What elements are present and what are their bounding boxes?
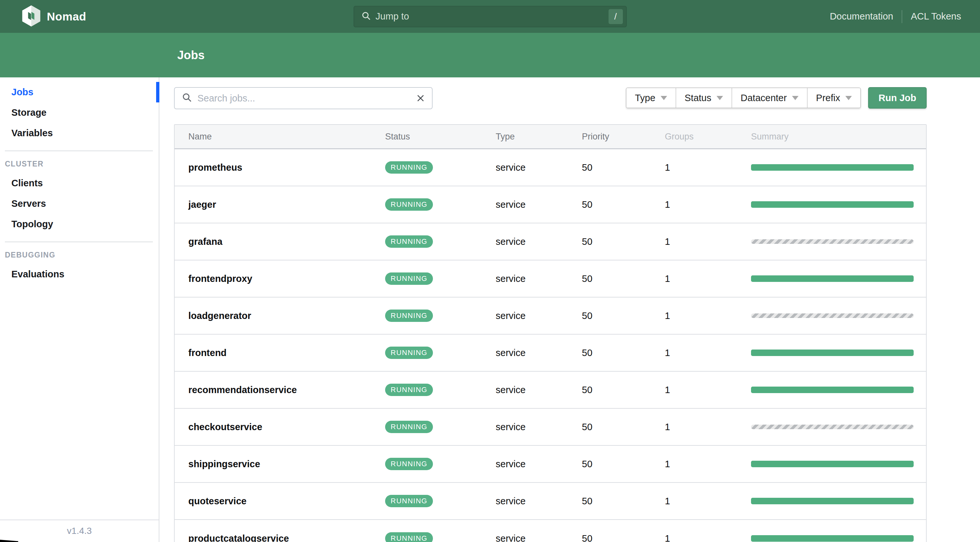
topbar-links: Documentation ACL Tokens xyxy=(830,0,961,33)
chevron-down-icon xyxy=(660,96,667,100)
chevron-down-icon xyxy=(792,96,799,100)
job-name-link[interactable]: jaeger xyxy=(175,199,371,210)
table-row[interactable]: quoteservice RUNNING service 50 1 xyxy=(175,483,926,520)
job-name-link[interactable]: frontendproxy xyxy=(175,273,371,284)
chevron-down-icon xyxy=(845,96,852,100)
status-badge: RUNNING xyxy=(385,532,433,542)
job-groups: 1 xyxy=(651,533,737,542)
active-item-indicator xyxy=(156,82,159,102)
brand-name: Nomad xyxy=(47,10,86,23)
job-name-link[interactable]: loadgenerator xyxy=(175,310,371,321)
column-header-name[interactable]: Name xyxy=(175,132,371,142)
links-divider xyxy=(902,10,902,23)
job-name-link[interactable]: recommendationservice xyxy=(175,385,371,395)
job-priority: 50 xyxy=(568,496,651,507)
job-priority: 50 xyxy=(568,348,651,358)
job-name-link[interactable]: checkoutservice xyxy=(175,422,371,432)
column-header-status[interactable]: Status xyxy=(371,132,482,142)
sidebar-item-topology[interactable]: Topology xyxy=(0,214,159,234)
job-type: service xyxy=(482,422,568,432)
documentation-link[interactable]: Documentation xyxy=(830,11,893,22)
filter-label: Type xyxy=(635,93,655,103)
sidebar: Jobs Storage Variables CLUSTER Clients S… xyxy=(0,77,159,542)
sidebar-item-storage[interactable]: Storage xyxy=(0,102,159,123)
jobs-search-box xyxy=(174,87,433,109)
page-title: Jobs xyxy=(177,48,205,62)
sidebar-item-clients[interactable]: Clients xyxy=(0,173,159,194)
table-row[interactable]: prometheus RUNNING service 50 1 xyxy=(175,149,926,186)
sidebar-divider xyxy=(5,242,153,242)
sidebar-item-label: Clients xyxy=(11,178,43,188)
search-jobs-input[interactable] xyxy=(197,93,416,104)
job-name-link[interactable]: grafana xyxy=(175,236,371,247)
job-name-link[interactable]: quoteservice xyxy=(175,496,371,507)
job-type: service xyxy=(482,496,568,507)
job-groups: 1 xyxy=(651,199,737,210)
sidebar-item-jobs[interactable]: Jobs xyxy=(0,82,159,102)
job-priority: 50 xyxy=(568,385,651,395)
cluster-section-label: CLUSTER xyxy=(5,160,159,168)
sidebar-item-label: Jobs xyxy=(11,87,33,97)
prefix-filter-dropdown[interactable]: Prefix xyxy=(808,88,860,108)
job-type: service xyxy=(482,533,568,542)
sidebar-divider xyxy=(5,151,153,151)
run-job-button[interactable]: Run Job xyxy=(868,87,927,109)
job-priority: 50 xyxy=(568,199,651,210)
filter-label: Status xyxy=(685,93,711,103)
sidebar-item-label: Storage xyxy=(11,107,46,118)
table-row[interactable]: grafana RUNNING service 50 1 xyxy=(175,223,926,261)
column-header-type[interactable]: Type xyxy=(482,132,568,142)
column-header-priority[interactable]: Priority xyxy=(568,132,651,142)
job-priority: 50 xyxy=(568,273,651,284)
jobs-table-body: prometheus RUNNING service 50 1 jaeger R… xyxy=(175,149,926,542)
status-badge: RUNNING xyxy=(385,272,433,285)
chevron-down-icon xyxy=(716,96,723,100)
job-name-link[interactable]: productcatalogservice xyxy=(175,533,371,542)
table-row[interactable]: loadgenerator RUNNING service 50 1 xyxy=(175,297,926,335)
job-priority: 50 xyxy=(568,162,651,173)
sidebar-item-variables[interactable]: Variables xyxy=(0,123,159,143)
slash-shortcut-key: / xyxy=(609,9,623,24)
column-header-groups: Groups xyxy=(651,132,737,142)
jump-to-search[interactable]: Jump to / xyxy=(353,6,627,27)
table-row[interactable]: jaeger RUNNING service 50 1 xyxy=(175,186,926,223)
debugging-section-label: DEBUGGING xyxy=(5,251,159,259)
status-filter-dropdown[interactable]: Status xyxy=(676,88,732,108)
sidebar-item-label: Topology xyxy=(11,219,53,229)
page-header: Jobs xyxy=(0,33,980,77)
sidebar-item-evaluations[interactable]: Evaluations xyxy=(0,264,159,285)
job-groups: 1 xyxy=(651,422,737,432)
nomad-logo-icon xyxy=(21,5,41,28)
sidebar-item-label: Variables xyxy=(11,128,53,138)
job-type: service xyxy=(482,273,568,284)
sidebar-nav: Jobs Storage Variables CLUSTER Clients S… xyxy=(0,77,159,285)
jump-to-placeholder: Jump to xyxy=(375,11,609,22)
datacenter-filter-dropdown[interactable]: Datacenter xyxy=(732,88,808,108)
table-row[interactable]: frontendproxy RUNNING service 50 1 xyxy=(175,261,926,297)
top-navigation-bar: Nomad Jump to / Documentation ACL Tokens xyxy=(0,0,980,33)
table-row[interactable]: shippingservice RUNNING service 50 1 xyxy=(175,446,926,483)
clear-search-button[interactable] xyxy=(416,93,425,103)
job-type: service xyxy=(482,199,568,210)
table-row[interactable]: checkoutservice RUNNING service 50 1 xyxy=(175,409,926,446)
table-row[interactable]: recommendationservice RUNNING service 50… xyxy=(175,372,926,409)
status-badge: RUNNING xyxy=(385,495,433,507)
acl-tokens-link[interactable]: ACL Tokens xyxy=(911,11,961,22)
job-name-link[interactable]: frontend xyxy=(175,348,371,358)
sidebar-item-servers[interactable]: Servers xyxy=(0,194,159,214)
table-row[interactable]: frontend RUNNING service 50 1 xyxy=(175,335,926,372)
filter-controls: Type Status Datacenter Prefix xyxy=(626,87,927,109)
status-badge: RUNNING xyxy=(385,198,433,211)
job-name-link[interactable]: prometheus xyxy=(175,162,371,173)
job-priority: 50 xyxy=(568,533,651,542)
job-type: service xyxy=(482,310,568,321)
job-groups: 1 xyxy=(651,273,737,284)
summary-bar xyxy=(751,350,914,356)
type-filter-dropdown[interactable]: Type xyxy=(627,88,676,108)
job-type: service xyxy=(482,385,568,395)
summary-bar xyxy=(751,313,914,318)
nomad-brand[interactable]: Nomad xyxy=(21,5,86,28)
job-name-link[interactable]: shippingservice xyxy=(175,459,371,469)
status-badge: RUNNING xyxy=(385,310,433,322)
table-row[interactable]: productcatalogservice RUNNING service 50… xyxy=(175,520,926,542)
